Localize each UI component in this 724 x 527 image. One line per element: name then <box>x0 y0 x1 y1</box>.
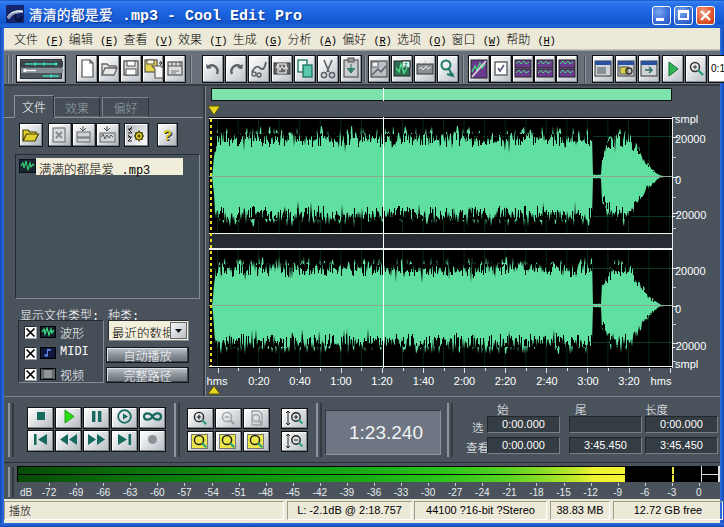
svg-text:z: z <box>404 61 408 68</box>
